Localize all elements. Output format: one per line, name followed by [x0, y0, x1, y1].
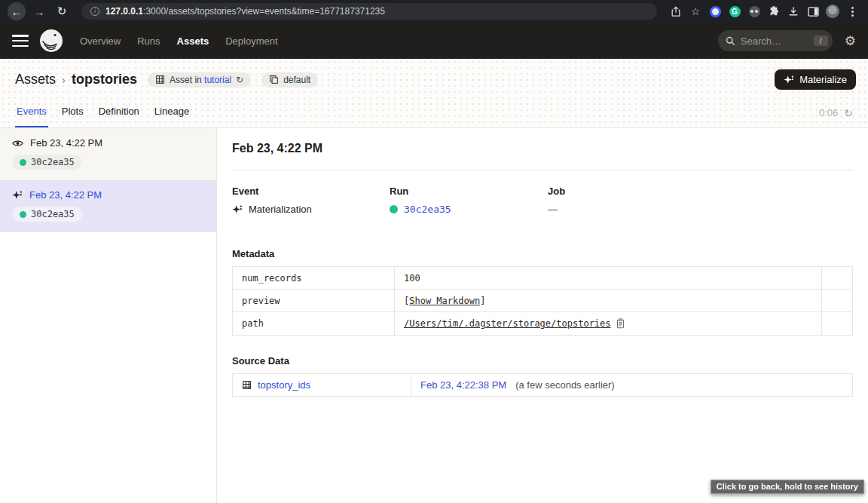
table-grid-icon	[242, 380, 252, 390]
materialization-sparkle-icon	[232, 204, 243, 215]
run-tag[interactable]: 30c2ea35	[12, 155, 82, 170]
run-column: Run 30c2ea35	[390, 186, 548, 215]
copy-stack-icon	[269, 75, 279, 84]
back-button-tooltip: Click to go back, hold to see history	[711, 480, 864, 494]
gear-icon[interactable]: ⚙	[845, 33, 856, 48]
back-icon[interactable]: ←	[8, 2, 26, 20]
job-column: Job —	[548, 186, 853, 215]
goggles-extension-icon[interactable]	[746, 3, 763, 20]
source-asset-link[interactable]: topstory_ids	[258, 379, 310, 391]
table-grid-icon	[155, 75, 165, 84]
nav-item-assets[interactable]: Assets	[177, 35, 209, 47]
event-detail-panel: Feb 23, 4:22 PM Event Materialization Ru…	[217, 128, 868, 503]
tab-events[interactable]: Events	[15, 106, 48, 127]
puzzle-extensions-icon[interactable]	[766, 3, 782, 20]
site-info-icon[interactable]: i	[90, 7, 99, 16]
breadcrumb-separator: ›	[62, 73, 66, 86]
repo-badge-label: default	[283, 75, 310, 85]
materialization-sparkle-icon	[12, 190, 23, 201]
asset-group-badge[interactable]: Asset in tutorial ↻	[148, 72, 251, 87]
show-markdown-link[interactable]: Show Markdown	[409, 296, 480, 306]
refresh-timer: 0:06 ↻	[819, 107, 853, 127]
run-tag[interactable]: 30c2ea35	[12, 207, 82, 222]
nav-items: Overview Runs Assets Deployment	[80, 35, 278, 47]
event-list-sidebar: Feb 23, 4:22 PM 30c2ea35 Feb 23, 4:22 PM…	[0, 128, 217, 503]
app-nav: Overview Runs Assets Deployment Search… …	[0, 23, 868, 59]
nav-item-deployment[interactable]: Deployment	[225, 35, 277, 47]
browser-chrome: ← → ↻ i 127.0.0.1:3000/assets/topstories…	[0, 0, 868, 23]
url-text[interactable]: 127.0.0.1:3000/assets/topstories?view=ev…	[105, 6, 385, 17]
event-time: Feb 23, 4:22 PM	[29, 189, 102, 201]
breadcrumb-asset-name: topstories	[72, 72, 137, 87]
event-type-value: Materialization	[249, 204, 312, 215]
hamburger-menu-icon[interactable]	[12, 35, 29, 47]
bracket: ]	[480, 296, 485, 306]
materialize-sparkle-icon	[784, 75, 794, 85]
metadata-table: num_records 100 preview [Show Markdown] …	[232, 266, 853, 336]
tab-definition[interactable]: Definition	[97, 106, 141, 127]
repo-badge[interactable]: default	[261, 72, 318, 87]
breadcrumb: Assets › topstories	[15, 72, 137, 87]
source-data-table: topstory_ids Feb 23, 4:22:38 PM (a few s…	[232, 373, 853, 397]
table-row: num_records 100	[233, 267, 852, 290]
tab-lineage[interactable]: Lineage	[153, 106, 191, 127]
divider	[232, 170, 853, 170]
event-list-item-observation[interactable]: Feb 23, 4:22 PM 30c2ea35	[0, 128, 216, 180]
source-data-heading: Source Data	[232, 355, 853, 367]
forward-icon[interactable]: →	[30, 2, 48, 20]
run-success-dot	[20, 159, 26, 166]
share-icon[interactable]	[668, 3, 684, 20]
source-time-note: (a few seconds earlier)	[515, 379, 615, 391]
loom-extension-icon[interactable]	[707, 3, 723, 20]
refresh-countdown: 0:06	[819, 107, 838, 118]
event-time: Feb 23, 4:22 PM	[30, 137, 102, 149]
run-success-dot	[390, 205, 398, 213]
refresh-definition-icon[interactable]: ↻	[236, 75, 243, 84]
profile-avatar[interactable]	[824, 3, 841, 20]
tab-plots[interactable]: Plots	[60, 106, 85, 127]
breadcrumb-assets-link[interactable]: Assets	[15, 72, 56, 87]
run-success-dot	[20, 211, 26, 218]
copy-to-clipboard-icon[interactable]	[616, 318, 625, 329]
metadata-value: 100	[395, 267, 822, 289]
reload-icon[interactable]: ↻	[53, 2, 71, 20]
search-icon	[726, 36, 735, 46]
address-bar[interactable]: i 127.0.0.1:3000/assets/topstories?view=…	[81, 3, 657, 20]
table-row: path /Users/tim/.dagster/storage/topstor…	[233, 312, 852, 335]
bookmark-star-icon[interactable]: ☆	[687, 3, 704, 20]
event-list-item-materialization[interactable]: Feb 23, 4:22 PM 30c2ea35	[0, 180, 216, 232]
asset-tabs: Events Plots Definition Lineage 0:06 ↻	[0, 97, 868, 127]
nav-item-overview[interactable]: Overview	[80, 35, 121, 47]
asset-page-header: Assets › topstories Asset in tutorial ↻ …	[0, 59, 868, 128]
grammarly-extension-icon[interactable]: G	[726, 3, 743, 20]
menu-kebab-icon[interactable]	[844, 3, 860, 20]
event-column: Event Materialization	[232, 186, 390, 215]
search-placeholder: Search…	[741, 35, 808, 47]
run-id-link[interactable]: 30c2ea35	[404, 204, 451, 215]
materialize-button[interactable]: Materialize	[775, 69, 856, 90]
table-row: topstory_ids Feb 23, 4:22:38 PM (a few s…	[233, 374, 852, 396]
source-event-time-link[interactable]: Feb 23, 4:22:38 PM	[420, 379, 506, 391]
table-row: preview [Show Markdown]	[233, 290, 852, 312]
nav-item-runs[interactable]: Runs	[137, 35, 160, 47]
path-link[interactable]: /Users/tim/.dagster/storage/topstories	[404, 318, 611, 329]
observation-eye-icon	[12, 139, 23, 148]
download-icon[interactable]	[785, 3, 802, 20]
bracket: [	[404, 296, 409, 306]
event-detail-title: Feb 23, 4:22 PM	[232, 142, 853, 155]
metadata-heading: Metadata	[232, 248, 853, 259]
side-panel-icon[interactable]	[805, 3, 821, 20]
dagster-logo[interactable]	[39, 29, 63, 53]
job-value: —	[548, 204, 853, 215]
asset-group-text: Asset in tutorial	[170, 75, 231, 85]
search-input[interactable]: Search… /	[718, 30, 833, 51]
search-shortcut-badge: /	[814, 35, 828, 46]
extension-strip: ☆ G	[668, 3, 860, 20]
refresh-now-icon[interactable]: ↻	[844, 108, 853, 118]
